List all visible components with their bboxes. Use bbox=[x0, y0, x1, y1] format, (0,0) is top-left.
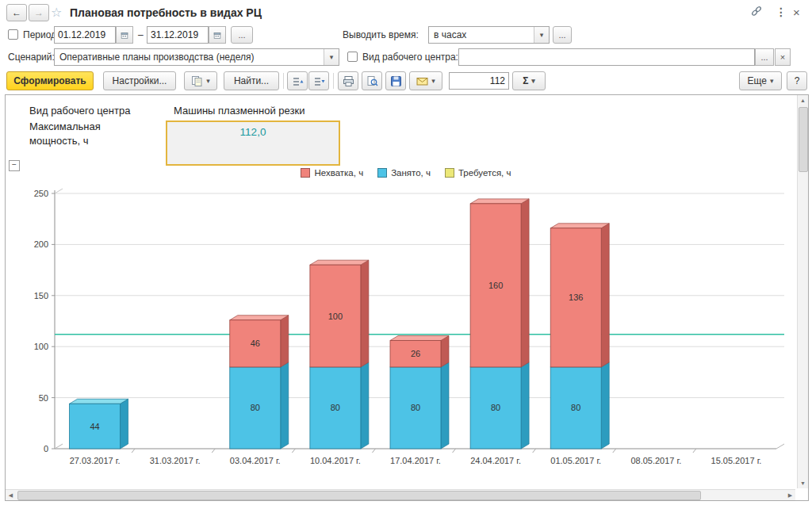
workcenter-clear-button[interactable]: × bbox=[775, 48, 791, 66]
stacked-bar-chart: 0501001502002504427.03.2017 г.31.03.2017… bbox=[21, 184, 795, 487]
y-tick-label: 200 bbox=[34, 239, 48, 249]
settings-button[interactable]: Настройки... bbox=[103, 71, 176, 90]
period-from-calendar-button[interactable] bbox=[116, 26, 133, 44]
save-button[interactable] bbox=[385, 71, 406, 90]
bar-value-label: 44 bbox=[90, 422, 99, 431]
y-tick-label: 100 bbox=[34, 342, 48, 351]
period-from-input[interactable] bbox=[54, 26, 116, 44]
x-tick bbox=[132, 449, 135, 453]
horizontal-scrollbar[interactable]: ◀ ▶ bbox=[6, 489, 795, 500]
forward-button[interactable]: → bbox=[29, 4, 49, 21]
sigma-icon: Σ bbox=[523, 75, 528, 86]
report-header-value: Машины плазменной резки bbox=[174, 105, 304, 117]
generate-button[interactable]: Сформировать bbox=[6, 71, 94, 90]
time-display-value: в часах bbox=[429, 29, 534, 40]
workcenter-label: Вид рабочего центра: bbox=[362, 48, 458, 66]
bar-side-face bbox=[601, 362, 609, 449]
time-display-combo[interactable]: в часах ▾ bbox=[428, 26, 550, 44]
save-icon bbox=[390, 75, 402, 87]
floor-edge bbox=[776, 444, 784, 449]
bar-side-face bbox=[521, 362, 529, 449]
ellipsis-icon: ... bbox=[238, 30, 245, 40]
ellipsis-icon: ... bbox=[760, 52, 768, 62]
time-display-more-button[interactable]: ... bbox=[553, 26, 572, 44]
bar-side-face bbox=[281, 362, 289, 449]
legend-item: Нехватка, ч bbox=[301, 168, 363, 178]
scenario-value: Оперативные планы производства (неделя) bbox=[55, 52, 324, 63]
back-icon: ← bbox=[12, 7, 21, 18]
find-button[interactable]: Найти... bbox=[224, 71, 279, 90]
chevron-down-icon[interactable]: ▾ bbox=[534, 27, 549, 43]
bar-value-label: 80 bbox=[251, 403, 260, 412]
period-more-button[interactable]: ... bbox=[231, 26, 253, 44]
calendar-icon bbox=[213, 30, 221, 40]
legend-item: Требуется, ч bbox=[445, 168, 511, 178]
link-icon[interactable] bbox=[750, 5, 763, 20]
bar-side-face bbox=[281, 316, 289, 367]
scroll-left-icon[interactable]: ◀ bbox=[6, 490, 16, 500]
more-actions-button[interactable]: Еще ▾ bbox=[739, 71, 782, 90]
capacity-cell[interactable]: 112,0 bbox=[166, 121, 340, 166]
x-tick-label: 24.04.2017 г. bbox=[470, 456, 521, 465]
calendar-icon bbox=[121, 30, 128, 40]
report-variants-button[interactable]: ▾ bbox=[184, 71, 217, 90]
legend-swatch-icon bbox=[377, 168, 387, 178]
bar-top-face bbox=[310, 260, 369, 265]
scroll-up-icon[interactable]: ▲ bbox=[798, 95, 808, 105]
vertical-scroll-thumb[interactable] bbox=[799, 107, 808, 172]
x-tick bbox=[212, 449, 215, 453]
back-button[interactable]: ← bbox=[6, 4, 27, 21]
bar-top-face bbox=[470, 199, 529, 204]
workcenter-input[interactable] bbox=[458, 48, 755, 66]
scenario-combo[interactable]: Оперативные планы производства (неделя) … bbox=[54, 48, 339, 66]
bar-side-face bbox=[361, 260, 369, 367]
period-to-input[interactable] bbox=[147, 26, 209, 44]
help-button[interactable]: ? bbox=[787, 71, 807, 90]
bar-top-face bbox=[70, 399, 128, 404]
workcenter-select-button[interactable]: ... bbox=[755, 48, 774, 66]
print-button[interactable] bbox=[338, 71, 358, 90]
favorite-star-icon[interactable]: ☆ bbox=[51, 5, 62, 20]
page-title: Плановая потребность в видах РЦ bbox=[70, 6, 262, 19]
time-display-label: Выводить время: bbox=[343, 26, 419, 44]
more-label: Еще bbox=[748, 75, 767, 86]
chart[interactable]: 0501001502002504427.03.2017 г.31.03.2017… bbox=[21, 184, 795, 487]
chevron-down-icon[interactable]: ▾ bbox=[324, 49, 339, 65]
send-email-button[interactable]: ▾ bbox=[409, 71, 442, 90]
chevron-down-icon: ▾ bbox=[531, 77, 535, 85]
bar-top-face bbox=[390, 335, 449, 340]
bar-value-label: 80 bbox=[571, 403, 580, 412]
legend-item: Занято, ч bbox=[377, 168, 431, 178]
bar-side-face bbox=[121, 399, 128, 449]
bar-top-face bbox=[230, 316, 289, 320]
x-tick-label: 31.03.2017 г. bbox=[150, 456, 201, 465]
capacity-label-line2: мощность, ч bbox=[29, 135, 89, 147]
period-to-calendar-button[interactable] bbox=[209, 26, 226, 44]
y-tick-label: 250 bbox=[34, 189, 48, 198]
x-tick bbox=[372, 449, 375, 453]
amount-field[interactable] bbox=[449, 72, 509, 90]
x-tick bbox=[613, 449, 616, 453]
workcenter-checkbox[interactable] bbox=[347, 52, 358, 62]
sum-button[interactable]: Σ ▾ bbox=[512, 71, 546, 90]
more-menu-icon[interactable]: ⋮ bbox=[776, 6, 787, 18]
group-collapse-toggle[interactable]: − bbox=[9, 160, 20, 171]
bar-value-label: 80 bbox=[331, 403, 340, 412]
scenario-label: Сценарий: bbox=[8, 48, 55, 66]
report-area: − Вид рабочего центра Машины плазменной … bbox=[5, 94, 809, 501]
horizontal-scroll-thumb[interactable] bbox=[17, 491, 701, 500]
chevron-down-icon: ▾ bbox=[206, 77, 210, 85]
scroll-down-icon[interactable]: ▼ bbox=[798, 478, 808, 488]
y-tick-label: 50 bbox=[39, 393, 48, 403]
vertical-scrollbar[interactable]: ▲ ▼ bbox=[797, 95, 808, 488]
bar-value-label: 80 bbox=[411, 403, 420, 412]
find-label: Найти... bbox=[234, 75, 269, 86]
period-checkbox[interactable] bbox=[8, 29, 18, 40]
expand-groups-button[interactable] bbox=[308, 71, 329, 90]
bar-side-face bbox=[441, 362, 449, 449]
collapse-groups-button[interactable] bbox=[287, 71, 308, 90]
print-preview-button[interactable] bbox=[362, 71, 382, 90]
legend-label: Требуется, ч bbox=[458, 168, 511, 178]
close-icon[interactable]: × bbox=[793, 6, 800, 19]
scroll-right-icon[interactable]: ▶ bbox=[785, 490, 795, 500]
